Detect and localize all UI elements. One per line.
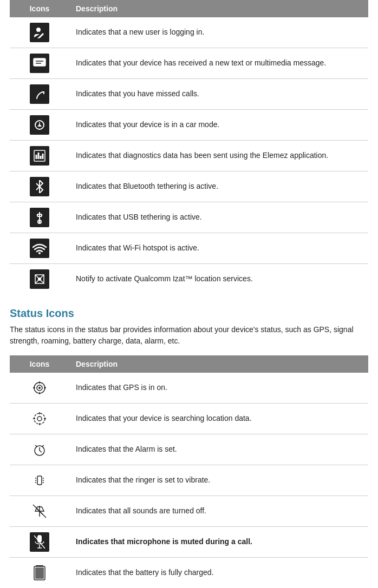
description-cell: Indicates that diagnostics data has been… (69, 141, 368, 171)
description-cell: Indicates that GPS is in on. (69, 373, 368, 404)
icon-cell-missed-call (10, 79, 69, 110)
description-cell: Indicates that you have missed calls. (69, 79, 368, 110)
icon-cell-gps-on (10, 373, 69, 404)
notification-icons-col-header: Icons (10, 0, 69, 17)
table-row: Indicates that USB tethering is active. (10, 202, 368, 233)
table-row: Indicates that a new user is logging in. (10, 17, 368, 48)
description-cell: Indicates that the Alarm is set. (69, 434, 368, 465)
notification-icons-table: Icons Description Indicates that a new u… (10, 0, 368, 294)
table-row: Indicates that Wi-Fi hotspot is active. (10, 233, 368, 264)
icon-cell-mic-muted (10, 527, 69, 558)
description-cell: Indicates that the battery is fully char… (69, 558, 368, 589)
icon-cell-gps-searching (10, 404, 69, 434)
table-row: Indicates that Bluetooth tethering is ac… (10, 171, 368, 202)
svg-rect-56 (35, 567, 44, 579)
description-cell: Indicates that your device has received … (69, 48, 368, 79)
icon-cell-message (10, 48, 69, 79)
table-row: Indicates that microphone is muted durin… (10, 527, 368, 558)
description-cell: Indicates that your device is searching … (69, 404, 368, 434)
table-row: Indicates that the Alarm is set. (10, 434, 368, 465)
table-row: Indicates that you have missed calls. (10, 79, 368, 110)
icon-cell-diagnostics (10, 141, 69, 171)
table-row: Indicates that your device has received … (10, 48, 368, 79)
icon-cell-usb-tethering (10, 202, 69, 233)
svg-point-32 (37, 417, 42, 421)
icon-cell-silent (10, 496, 69, 527)
description-cell: Indicates that your device is in a car m… (69, 110, 368, 141)
icon-cell-car-mode (10, 110, 69, 141)
svg-point-31 (34, 413, 45, 424)
description-cell: Indicates that Bluetooth tethering is ac… (69, 171, 368, 202)
table-row: Indicates that diagnostics data has been… (10, 141, 368, 171)
status-icons-col-header: Icons (10, 355, 69, 373)
icon-cell-wifi-hotspot (10, 233, 69, 264)
svg-point-19 (38, 252, 41, 254)
description-cell: Indicates that the ringer is set to vibr… (69, 465, 368, 496)
icon-cell-bluetooth-tethering (10, 171, 69, 202)
icon-cell-person-edit (10, 17, 69, 48)
icon-cell-battery-full (10, 558, 69, 589)
svg-point-26 (38, 387, 41, 389)
description-cell: Indicates that microphone is muted durin… (69, 527, 368, 558)
table-row: Indicates that the ringer is set to vibr… (10, 465, 368, 496)
svg-rect-1 (34, 58, 45, 66)
table-row: Indicates that all sounds are turned off… (10, 496, 368, 527)
table-row: Indicates that the battery is fully char… (10, 558, 368, 589)
notification-desc-col-header: Description (69, 0, 368, 17)
table-row: Indicates that your device is in a car m… (10, 110, 368, 141)
table-row: Indicates that GPS is in on. (10, 373, 368, 404)
description-cell: Indicates that all sounds are turned off… (69, 496, 368, 527)
status-desc-col-header: Description (69, 355, 368, 373)
description-cell: Indicates that Wi-Fi hotspot is active. (69, 233, 368, 264)
description-cell: Indicates that a new user is logging in. (69, 17, 368, 48)
svg-line-39 (40, 451, 42, 452)
icon-cell-vibrate (10, 465, 69, 496)
description-cell: Notify to activate Qualcomm Izat™ locati… (69, 264, 368, 295)
status-icons-description: The status icons in the status bar provi… (10, 324, 368, 347)
svg-point-0 (36, 28, 41, 32)
svg-rect-42 (37, 476, 42, 485)
icon-cell-alarm (10, 434, 69, 465)
description-cell: Indicates that USB tethering is active. (69, 202, 368, 233)
status-icons-table: Icons Description Indicates that GPS is … (10, 355, 368, 588)
svg-point-7 (39, 124, 41, 126)
status-icons-title: Status Icons (10, 307, 368, 320)
svg-point-23 (38, 278, 41, 281)
table-row: Notify to activate Qualcomm Izat™ locati… (10, 264, 368, 295)
icon-cell-location-services (10, 264, 69, 295)
table-row: Indicates that your device is searching … (10, 404, 368, 434)
